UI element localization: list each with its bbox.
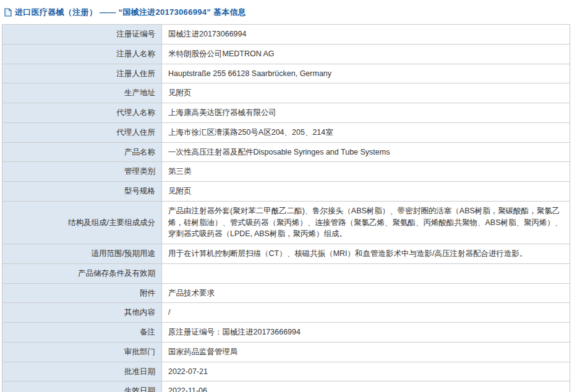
table-row: 审批部门国家药品监督管理局	[2, 342, 570, 362]
row-value: Hauptstraße 255 66128 Saarbrücken, Germa…	[162, 64, 570, 83]
table-row: 注册证编号国械注进20173066994	[2, 25, 570, 45]
table-row: 结构及组成/主要组成成分产品由注射器外套(聚对苯二甲酰乙二酯)、鲁尔接头（ABS…	[2, 201, 570, 244]
row-label: 批准日期	[2, 362, 162, 381]
table-row: 代理人住所上海市徐汇区漕溪路250号A区204、205、214室	[2, 122, 570, 142]
row-label: 产品名称	[2, 142, 162, 162]
table-row: 代理人名称上海康高美达医疗器械有限公司	[2, 103, 570, 123]
row-label: 代理人名称	[2, 103, 162, 123]
row-label: 生效日期	[2, 381, 162, 392]
row-label: 型号规格	[2, 182, 162, 202]
table-row: 产品名称一次性高压注射器及配件Disposable Syringes and T…	[2, 142, 570, 162]
row-value: 用于在计算机控制断层扫描（CT）、核磁共振（MRI）和血管造影术中与造影/高压注…	[162, 244, 570, 264]
table-row: 注册人住所Hauptstraße 255 66128 Saarbrücken, …	[2, 64, 570, 83]
row-value: 原注册证编号：国械注进20173666994	[162, 323, 570, 343]
document-icon	[4, 8, 12, 17]
row-label: 审批部门	[2, 342, 162, 362]
row-label: 备注	[2, 323, 162, 343]
row-label: 其他内容	[2, 303, 162, 323]
row-value: 一次性高压注射器及配件Disposable Syringes and Tube …	[162, 142, 570, 162]
row-value: 见附页	[162, 182, 570, 202]
row-value: 2022-07-21	[162, 362, 570, 381]
row-value: 上海康高美达医疗器械有限公司	[162, 103, 570, 123]
row-label: 适用范围/预期用途	[2, 244, 162, 264]
registration-info-table: 注册证编号国械注进20173066994注册人名称米特朗股份公司MEDTRON …	[2, 24, 570, 392]
row-value: 上海市徐汇区漕溪路250号A区204、205、214室	[162, 122, 570, 142]
row-label: 代理人住所	[2, 122, 162, 142]
row-label: 结构及组成/主要组成成分	[2, 201, 162, 244]
table-row: 附件产品技术要求	[2, 283, 570, 303]
row-value: 米特朗股份公司MEDTRON AG	[162, 44, 570, 64]
table-row: 生效日期2022-11-06	[2, 381, 570, 392]
table-row: 管理类别第三类	[2, 162, 570, 182]
row-label: 注册证编号	[2, 25, 162, 45]
table-row: 产品储存条件及有效期	[2, 263, 570, 283]
row-value: /	[162, 303, 570, 323]
table-row: 适用范围/预期用途用于在计算机控制断层扫描（CT）、核磁共振（MRI）和血管造影…	[2, 244, 570, 264]
table-row: 其他内容/	[2, 303, 570, 323]
row-label: 注册人名称	[2, 44, 162, 64]
row-label: 注册人住所	[2, 64, 162, 83]
row-label: 附件	[2, 283, 162, 303]
table-row: 型号规格见附页	[2, 182, 570, 202]
table-row: 注册人名称米特朗股份公司MEDTRON AG	[2, 44, 570, 64]
row-value: 2022-11-06	[162, 381, 570, 392]
registration-info-page: 进口医疗器械（注册） —— “国械注进20173066994” 基本信息 注册证…	[0, 0, 572, 392]
row-value: 国家药品监督管理局	[162, 342, 570, 362]
row-label: 生产地址	[2, 83, 162, 103]
row-label: 管理类别	[2, 162, 162, 182]
table-row: 生产地址见附页	[2, 83, 570, 103]
row-value: 产品由注射器外套(聚对苯二甲酰乙二酯)、鲁尔接头（ABS树脂）、带密封圈的活塞（…	[162, 201, 570, 244]
row-value: 见附页	[162, 83, 570, 103]
table-row: 备注原注册证编号：国械注进20173666994	[2, 323, 570, 343]
row-label: 产品储存条件及有效期	[2, 263, 162, 283]
row-value: 国械注进20173066994	[162, 25, 570, 45]
row-value: 第三类	[162, 162, 570, 182]
row-value: 产品技术要求	[162, 283, 570, 303]
page-title-text: 进口医疗器械（注册） —— “国械注进20173066994” 基本信息	[15, 7, 246, 18]
row-value	[162, 263, 570, 283]
page-title: 进口医疗器械（注册） —— “国械注进20173066994” 基本信息	[0, 0, 572, 24]
table-row: 批准日期2022-07-21	[2, 362, 570, 381]
